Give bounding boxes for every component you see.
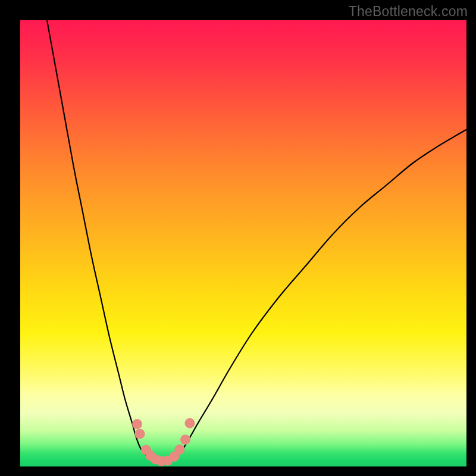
data-marker — [132, 419, 142, 429]
chart-frame: TheBottleneck.com — [0, 0, 476, 476]
curve-right-branch — [177, 130, 467, 457]
watermark-text: TheBottleneck.com — [349, 4, 468, 20]
data-marker — [180, 435, 190, 445]
curve-left-branch — [47, 20, 148, 457]
data-marker — [185, 418, 195, 428]
plot-area — [20, 20, 466, 466]
data-marker — [174, 444, 184, 455]
marker-group — [132, 418, 195, 466]
chart-svg — [20, 20, 466, 466]
data-marker — [135, 429, 145, 439]
